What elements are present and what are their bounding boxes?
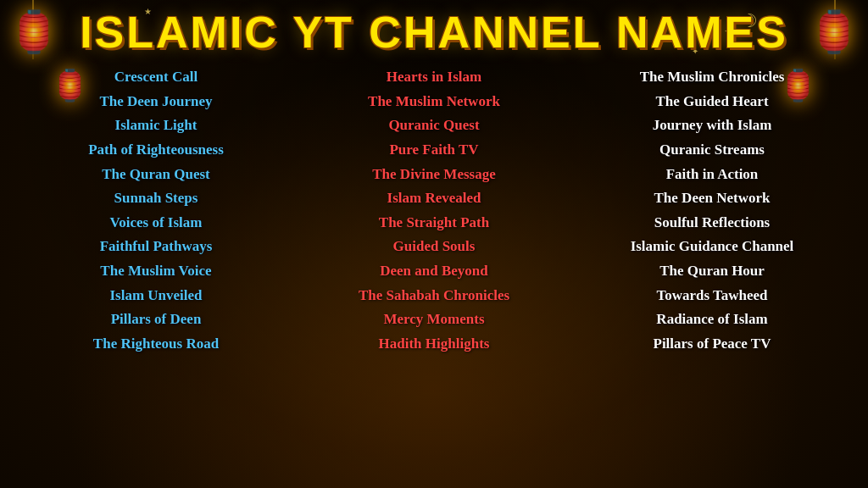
channel-name-item: Mercy Moments [380, 308, 487, 331]
channel-name-item: Hadith Highlights [376, 333, 493, 356]
channel-name-item: Islamic Light [112, 114, 201, 137]
channel-name-item: Deen and Beyond [376, 260, 492, 283]
channel-name-item: Soulful Reflections [651, 212, 773, 235]
channel-name-item: Quranic Quest [385, 114, 482, 137]
column-left: Crescent CallThe Deen JourneyIslamic Lig… [17, 66, 295, 480]
channel-name-item: Pillars of Deen [108, 308, 205, 331]
main-content: ISLAMIC YT CHANNEL NAMES Crescent CallTh… [0, 0, 868, 488]
channel-name-item: Faithful Pathways [97, 236, 216, 258]
channel-name-item: Islam Unveiled [106, 285, 205, 308]
channel-name-item: The Muslim Voice [97, 260, 214, 283]
column-middle: Hearts in IslamThe Muslim NetworkQuranic… [295, 66, 573, 480]
channel-name-item: The Muslim Network [364, 91, 504, 114]
channel-name-item: Path of Righteousness [85, 139, 227, 162]
channel-name-item: The Quran Quest [98, 164, 214, 186]
channel-name-item: Faith in Action [663, 164, 762, 186]
channel-name-item: The Straight Path [376, 212, 492, 235]
channel-name-item: Sunnah Steps [111, 187, 202, 210]
channel-name-item: Hearts in Islam [383, 66, 485, 89]
channel-name-item: The Muslim Chronicles [637, 66, 788, 89]
channel-name-item: Islamic Guidance Channel [627, 236, 798, 258]
channel-name-item: Pillars of Peace TV [650, 333, 775, 356]
channel-name-item: Journey with Islam [649, 114, 776, 137]
column-right: The Muslim ChroniclesThe Guided HeartJou… [573, 66, 851, 480]
channel-name-item: Guided Souls [390, 236, 479, 258]
channel-name-item: Radiance of Islam [653, 308, 771, 331]
channel-name-item: Pure Faith TV [386, 139, 481, 162]
channel-name-item: Quranic Streams [656, 139, 768, 162]
channel-name-item: The Divine Message [369, 164, 498, 186]
channel-name-item: Crescent Call [111, 66, 201, 89]
channel-name-item: The Deen Journey [96, 91, 215, 114]
channel-name-item: Islam Revealed [384, 187, 485, 210]
channel-name-item: The Guided Heart [652, 91, 771, 114]
page-title: ISLAMIC YT CHANNEL NAMES [80, 10, 788, 54]
channel-name-item: Towards Tawheed [653, 285, 771, 308]
channel-columns: Crescent CallThe Deen JourneyIslamic Lig… [17, 66, 851, 480]
channel-name-item: The Righteous Road [90, 333, 222, 356]
channel-name-item: The Sahabah Chronicles [355, 285, 513, 308]
channel-name-item: Voices of Islam [107, 212, 206, 235]
channel-name-item: The Deen Network [651, 187, 774, 210]
channel-name-item: The Quran Hour [656, 260, 768, 283]
